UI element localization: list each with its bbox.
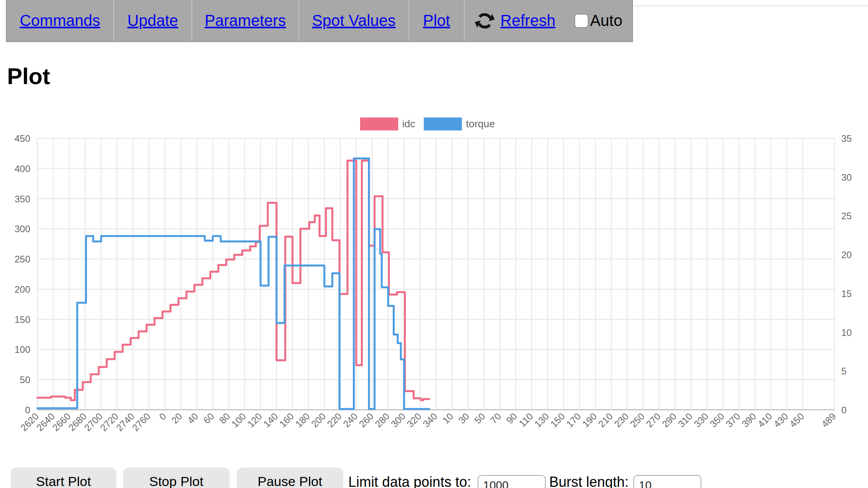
left-axis-tick: 300 (15, 224, 30, 234)
stop-plot-button[interactable]: Stop Plot (123, 468, 230, 488)
right-axis-tick: 5 (841, 366, 846, 376)
x-axis-tick: 330 (692, 411, 710, 429)
x-axis-tick: 130 (532, 411, 551, 429)
burst-length-label: Burst length: (549, 474, 629, 488)
x-axis-tick: 120 (245, 411, 264, 429)
left-axis-tick: 350 (15, 194, 30, 204)
left-axis-tick: 50 (20, 374, 30, 385)
x-axis-tick: 90 (504, 411, 519, 426)
x-axis-tick: 489 (819, 411, 838, 429)
x-axis-tick: 290 (660, 411, 679, 429)
x-axis-tick: 320 (405, 411, 423, 429)
x-axis-tick: 2740 (114, 411, 136, 433)
x-axis-tick: 2620 (18, 411, 41, 433)
x-axis-tick: 2700 (82, 411, 105, 433)
left-axis-tick: 200 (15, 284, 30, 295)
x-axis-tick: 250 (628, 411, 646, 429)
x-axis-tick: 70 (488, 411, 503, 426)
x-axis-tick: 110 (517, 411, 535, 429)
x-axis-tick: 240 (341, 411, 359, 429)
x-axis-tick: 140 (261, 411, 280, 429)
x-axis-tick: 80 (217, 411, 232, 426)
pause-plot-button[interactable]: Pause Plot (237, 468, 343, 488)
right-axis-tick: 30 (841, 172, 852, 183)
x-axis-tick: 410 (756, 411, 774, 429)
x-axis-tick: 190 (580, 411, 599, 429)
x-axis-tick: 160 (277, 411, 296, 429)
x-axis-tick: 200 (309, 411, 327, 429)
x-axis-tick: 170 (564, 411, 583, 429)
left-axis-tick: 250 (15, 254, 30, 264)
x-axis-tick: 340 (421, 411, 439, 429)
x-axis-tick: 0 (157, 411, 168, 422)
x-axis-tick: 2680 (66, 411, 88, 433)
x-axis-tick: 40 (185, 411, 200, 426)
x-axis-tick: 2640 (34, 411, 57, 433)
x-axis-tick: 350 (708, 411, 726, 429)
x-axis-tick: 150 (548, 411, 567, 429)
x-axis-tick: 270 (644, 411, 662, 429)
burst-length-input[interactable] (633, 475, 701, 488)
x-axis-tick: 2720 (98, 411, 120, 433)
x-axis-tick: 220 (325, 411, 344, 429)
series-line-idc (37, 161, 429, 400)
x-axis-tick: 280 (373, 411, 391, 429)
x-axis-tick: 430 (771, 411, 790, 429)
x-axis-tick: 2660 (50, 411, 73, 433)
x-axis-tick: 300 (389, 411, 407, 429)
left-axis-tick: 450 (15, 133, 30, 144)
x-axis-tick: 260 (357, 411, 375, 429)
x-axis-tick: 450 (787, 411, 806, 429)
left-axis-tick: 150 (15, 314, 30, 325)
x-axis-tick: 60 (201, 411, 216, 426)
x-axis-tick: 30 (456, 411, 471, 426)
x-axis-tick: 210 (596, 411, 614, 429)
start-plot-button[interactable]: Start Plot (11, 468, 116, 488)
limit-data-points-label: Limit data points to: (348, 474, 471, 488)
right-axis-tick: 15 (841, 288, 852, 299)
right-axis-tick: 20 (841, 250, 852, 260)
app-window: Commands Update Parameters Spot Values P… (0, 0, 868, 488)
x-axis-tick: 2760 (130, 411, 153, 433)
x-axis-tick: 370 (724, 411, 742, 429)
right-axis-tick: 25 (841, 211, 852, 221)
series-line-torque (37, 158, 429, 409)
left-axis-tick: 400 (15, 163, 30, 174)
x-axis-tick: 310 (676, 411, 694, 429)
left-axis-tick: 0 (25, 405, 30, 415)
x-axis-tick: 180 (293, 411, 312, 429)
x-axis-tick: 20 (169, 411, 184, 426)
right-axis-tick: 0 (841, 405, 846, 415)
limit-data-points-input[interactable] (478, 475, 546, 488)
x-axis-tick: 10 (440, 411, 455, 426)
x-axis-tick: 100 (229, 411, 248, 429)
x-axis-tick: 390 (739, 411, 758, 429)
line-chart: 4504003503002502001501005003530252015105… (0, 0, 868, 488)
x-axis-tick: 50 (472, 411, 487, 426)
x-axis-tick: 230 (612, 411, 631, 429)
right-axis-tick: 10 (841, 327, 852, 338)
right-axis-tick: 35 (841, 133, 852, 144)
left-axis-tick: 100 (15, 344, 30, 355)
